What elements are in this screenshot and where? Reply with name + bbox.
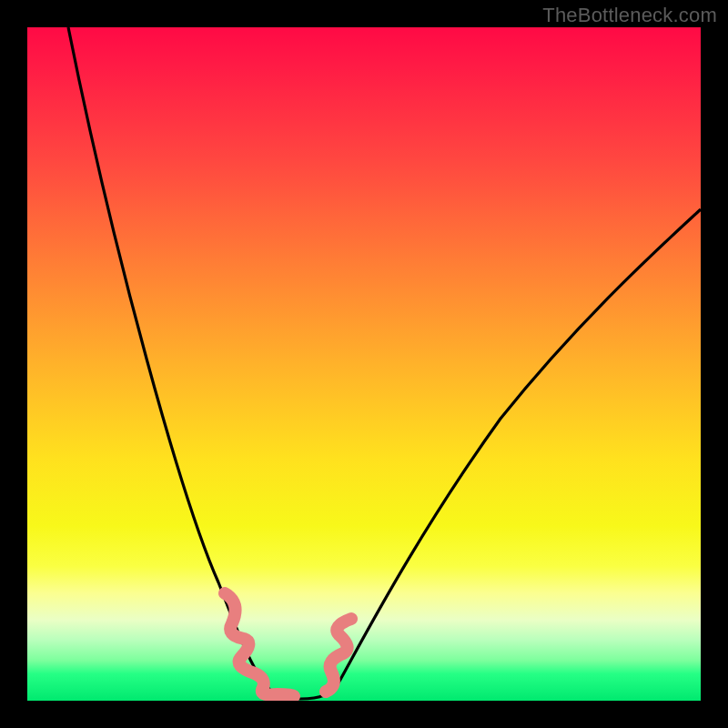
outer-frame: TheBottleneck.com (0, 0, 728, 728)
plot-area (27, 27, 701, 701)
squiggle-right (326, 619, 351, 692)
watermark-text: TheBottleneck.com (542, 4, 717, 27)
curve-left (68, 27, 300, 699)
squiggle-left (225, 593, 294, 696)
chart-svg (27, 27, 701, 701)
curve-right (300, 209, 701, 699)
